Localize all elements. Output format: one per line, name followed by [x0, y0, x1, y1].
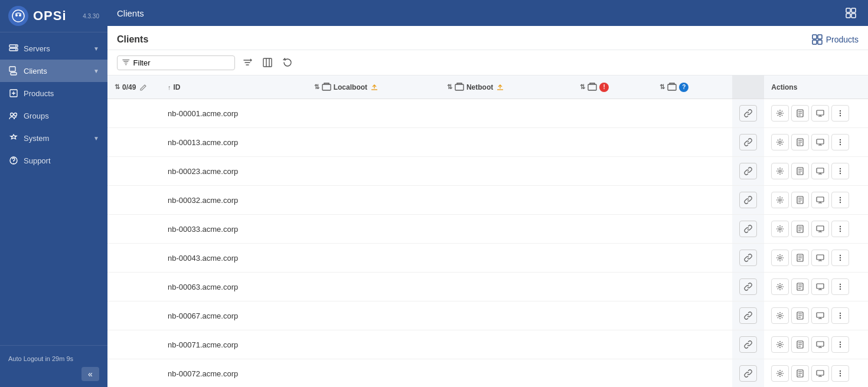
row-empty-cell [107, 330, 161, 359]
log-button[interactable] [791, 221, 809, 237]
more-button[interactable] [831, 192, 849, 208]
config-button[interactable] [771, 307, 789, 324]
th-id-label: ID [174, 83, 181, 91]
config-button[interactable] [771, 336, 789, 353]
row-link-cell [732, 273, 764, 301]
log-button[interactable] [791, 250, 809, 266]
link-button[interactable] [739, 134, 757, 150]
remote-button[interactable] [811, 250, 829, 266]
badge-red: ! [599, 83, 609, 92]
svg-rect-71 [817, 313, 824, 317]
logo-area: OPSi 4.3.30 [0, 0, 107, 32]
link-button[interactable] [739, 192, 757, 208]
sidebar-item-servers[interactable]: Servers ▼ [0, 37, 107, 60]
row-id-cell: nb-00067.acme.corp [161, 301, 307, 330]
more-button[interactable] [831, 105, 849, 122]
more-button[interactable] [831, 365, 849, 382]
more-button[interactable] [831, 336, 849, 353]
edit-columns-button[interactable] [138, 81, 148, 93]
row-actions-cell [764, 128, 868, 157]
more-button[interactable] [831, 278, 849, 295]
row-localboot-cell [307, 244, 440, 273]
col4-box-icon [588, 83, 597, 92]
log-button[interactable] [791, 163, 809, 179]
config-button[interactable] [771, 105, 789, 122]
config-button[interactable] [771, 221, 789, 237]
row-netboot-cell [440, 359, 573, 388]
config-button[interactable] [771, 134, 789, 150]
log-button[interactable] [791, 336, 809, 353]
svg-point-38 [840, 144, 841, 145]
svg-point-0 [12, 10, 24, 22]
collapse-sidebar-button[interactable]: « [81, 367, 99, 381]
grid-view-button[interactable] [843, 6, 859, 20]
svg-point-81 [779, 372, 781, 375]
refresh-button[interactable] [280, 55, 295, 70]
table-header-row: ⇅ 0/49 ↑ ID [107, 76, 868, 99]
table-row: nb-00043.acme.corp [107, 244, 868, 273]
filter-input[interactable] [133, 58, 230, 67]
remote-button[interactable] [811, 307, 829, 324]
sidebar-item-products[interactable]: Products [0, 82, 107, 104]
more-button[interactable] [831, 307, 849, 324]
config-button[interactable] [771, 192, 789, 208]
svg-rect-20 [812, 40, 817, 44]
link-button[interactable] [739, 250, 757, 266]
link-button[interactable] [739, 365, 757, 382]
netboot-upload-icon [495, 83, 505, 92]
products-button[interactable]: Products [812, 34, 859, 45]
sidebar-item-system[interactable]: System ▼ [0, 127, 107, 149]
svg-point-31 [840, 113, 841, 114]
link-button[interactable] [739, 307, 757, 324]
link-button[interactable] [739, 221, 757, 237]
svg-point-1 [15, 14, 18, 17]
row-netboot-cell [440, 157, 573, 186]
row-col4-cell [573, 99, 652, 128]
sidebar-item-groups[interactable]: Groups [0, 104, 107, 127]
remote-button[interactable] [811, 134, 829, 150]
more-button[interactable] [831, 134, 849, 150]
link-button[interactable] [739, 105, 757, 122]
row-link-cell [732, 157, 764, 186]
log-button[interactable] [791, 134, 809, 150]
svg-point-45 [779, 199, 781, 201]
sort-button[interactable] [240, 55, 255, 70]
sidebar-item-clients[interactable]: Clients ▼ [0, 60, 107, 82]
remote-button[interactable] [811, 163, 829, 179]
remote-button[interactable] [811, 278, 829, 295]
svg-rect-59 [817, 255, 824, 260]
link-button[interactable] [739, 336, 757, 353]
link-button[interactable] [739, 163, 757, 179]
log-button[interactable] [791, 278, 809, 295]
remote-button[interactable] [811, 192, 829, 208]
log-button[interactable] [791, 365, 809, 382]
remote-button[interactable] [811, 105, 829, 122]
log-button[interactable] [791, 105, 809, 122]
log-button[interactable] [791, 192, 809, 208]
remote-button[interactable] [811, 221, 829, 237]
row-col5-cell [652, 244, 732, 273]
sidebar-item-support[interactable]: Support [0, 149, 107, 172]
config-button[interactable] [771, 163, 789, 179]
svg-point-75 [779, 343, 781, 346]
more-button[interactable] [831, 250, 849, 266]
th-count: ⇅ 0/49 [107, 76, 161, 99]
columns-button[interactable] [260, 55, 275, 70]
config-button[interactable] [771, 365, 789, 382]
remote-button[interactable] [811, 336, 829, 353]
log-button[interactable] [791, 307, 809, 324]
row-link-cell [732, 99, 764, 128]
row-link-cell [732, 186, 764, 215]
table-row: nb-00032.acme.corp [107, 186, 868, 215]
config-button[interactable] [771, 250, 789, 266]
svg-rect-25 [588, 84, 596, 90]
table-row: nb-00033.acme.corp [107, 215, 868, 244]
svg-point-57 [779, 257, 781, 259]
config-button[interactable] [771, 278, 789, 295]
localboot-upload-icon [370, 83, 379, 92]
row-col5-cell [652, 359, 732, 388]
more-button[interactable] [831, 221, 849, 237]
link-button[interactable] [739, 278, 757, 295]
remote-button[interactable] [811, 365, 829, 382]
more-button[interactable] [831, 163, 849, 179]
